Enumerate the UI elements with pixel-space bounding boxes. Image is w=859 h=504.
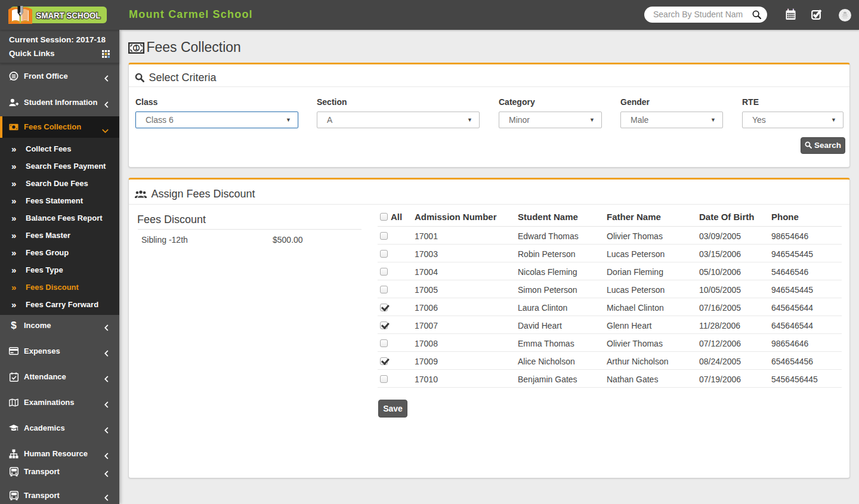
svg-text:SMART SCHOOL: SMART SCHOOL <box>36 10 101 20</box>
svg-text:1: 1 <box>135 45 138 51</box>
